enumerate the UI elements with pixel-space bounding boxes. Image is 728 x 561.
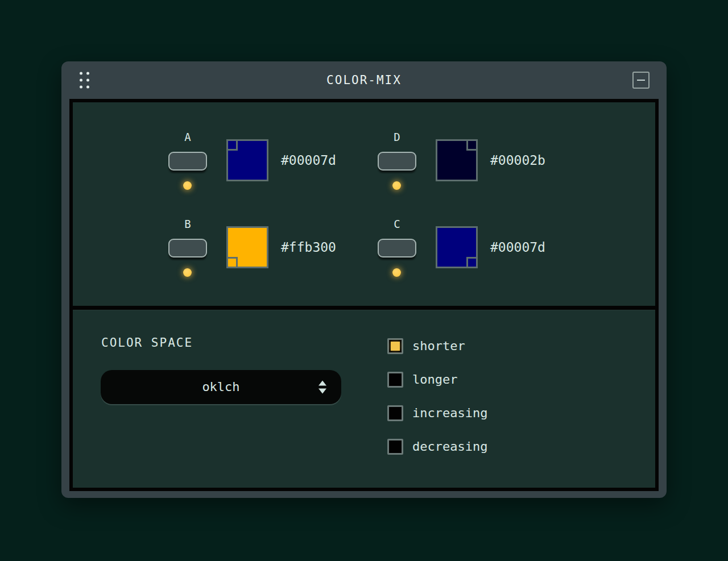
minimize-icon [637, 80, 645, 81]
led-indicator-icon [392, 268, 401, 277]
titlebar: COLOR-MIX [61, 61, 667, 99]
color-mix-window: COLOR-MIX A #00007d D [61, 61, 667, 498]
option-increasing[interactable]: increasing [387, 405, 487, 421]
option-label: longer [412, 372, 457, 388]
color-swatch[interactable] [226, 226, 268, 268]
window-content: A #00007d D #00002b [69, 99, 659, 491]
led-indicator-icon [183, 181, 192, 190]
arrow-down-icon [318, 389, 326, 394]
color-space-value: oklch [101, 370, 341, 404]
option-label: shorter [412, 338, 465, 354]
color-swatch[interactable] [436, 139, 478, 181]
hex-value: #00007d [281, 139, 336, 181]
window-title: COLOR-MIX [61, 61, 667, 99]
hex-value: #00002b [490, 139, 545, 181]
slot-label: D [378, 131, 416, 143]
color-slot-b: B #ffb300 [168, 218, 362, 292]
slot-label: B [168, 218, 207, 230]
desktop-background: COLOR-MIX A #00007d D [0, 0, 728, 561]
arrow-up-icon [318, 381, 326, 386]
slot-label: A [168, 131, 207, 143]
checkbox-fill [391, 342, 400, 351]
corner-notch-icon [466, 257, 476, 267]
hex-value: #ffb300 [281, 226, 336, 268]
color-slot-a: A #00007d [168, 131, 362, 205]
corner-notch-icon [228, 141, 238, 151]
color-slots-section: A #00007d D #00002b [73, 102, 655, 306]
hex-value: #00007d [490, 226, 545, 268]
checkbox-shorter[interactable] [387, 338, 403, 354]
color-space-select[interactable]: oklch [101, 370, 341, 404]
led-indicator-icon [183, 268, 192, 277]
option-label: decreasing [412, 439, 487, 455]
corner-notch-icon [228, 257, 238, 267]
checkbox-fill [391, 442, 400, 451]
led-indicator-icon [392, 181, 401, 190]
option-decreasing[interactable]: decreasing [387, 439, 487, 455]
slot-button[interactable] [378, 239, 416, 257]
slot-button[interactable] [378, 152, 416, 171]
checkbox-fill [391, 375, 400, 384]
controls-section: COLOR SPACE oklch shorter [73, 310, 655, 488]
section-divider [73, 306, 655, 310]
slot-button[interactable] [168, 152, 207, 171]
checkbox-longer[interactable] [387, 372, 403, 388]
color-space-label: COLOR SPACE [101, 336, 193, 350]
option-shorter[interactable]: shorter [387, 338, 487, 354]
color-swatch[interactable] [226, 139, 268, 181]
slot-button[interactable] [168, 239, 207, 257]
checkbox-decreasing[interactable] [387, 439, 403, 455]
color-swatch[interactable] [436, 226, 478, 268]
option-label: increasing [412, 405, 487, 421]
hue-interpolation-options: shorter longer increasing [387, 338, 487, 472]
color-slot-d: D #00002b [378, 131, 571, 205]
option-longer[interactable]: longer [387, 372, 487, 388]
corner-notch-icon [466, 141, 476, 151]
minimize-button[interactable] [632, 72, 650, 89]
checkbox-increasing[interactable] [387, 405, 403, 421]
color-slot-c: C #00007d [378, 218, 571, 292]
slot-label: C [378, 218, 416, 230]
up-down-stepper-icon [318, 381, 326, 394]
checkbox-fill [391, 409, 400, 418]
